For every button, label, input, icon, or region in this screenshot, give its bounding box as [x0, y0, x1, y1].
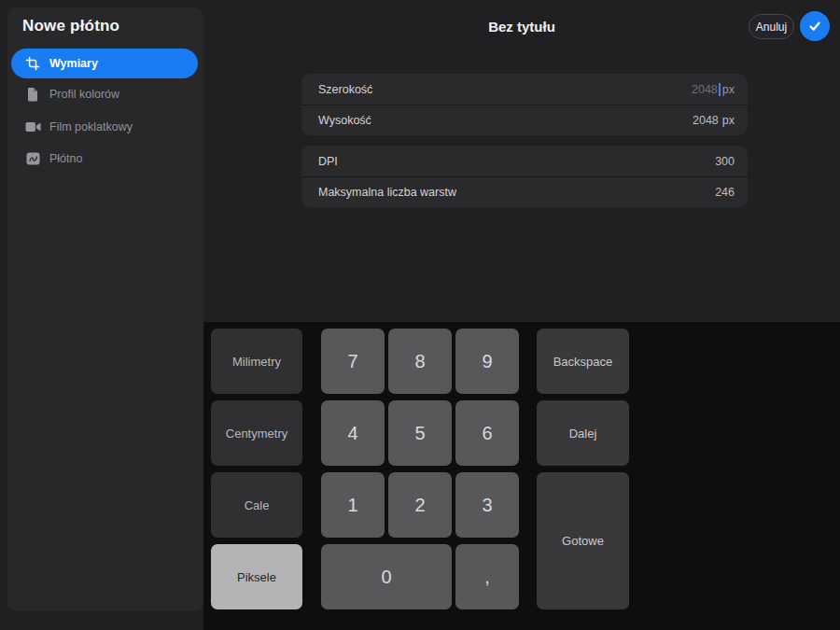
key-6[interactable]: 6: [455, 400, 519, 466]
numeric-keypad: Milimetry Centymetry Cale Piksele 7 8 9 …: [203, 322, 840, 630]
max-layers-field-row[interactable]: Maksymalna liczba warstw 246: [301, 176, 748, 207]
page-title: Bez tytułu: [203, 19, 840, 35]
height-field-row[interactable]: Wysokość 2048 px: [301, 105, 748, 135]
canvas-icon: [24, 150, 41, 167]
key-7[interactable]: 7: [321, 329, 385, 394]
text-caret: [719, 83, 721, 96]
dpi-value: 300: [715, 155, 735, 168]
sidebar-item-label: Film poklatkowy: [49, 120, 133, 133]
width-label: Szerokość: [318, 83, 692, 96]
key-3[interactable]: 3: [455, 472, 519, 538]
canvas-settings-panel: Bez tytułu Anuluj Szerokość 2048 px Wyso…: [203, 0, 840, 322]
height-label: Wysokość: [318, 114, 693, 127]
dpi-field-row[interactable]: DPI 300: [301, 146, 748, 176]
dpi-label: DPI: [318, 155, 715, 168]
dpi-layers-group: DPI 300 Maksymalna liczba warstw 246: [301, 146, 748, 207]
backspace-key[interactable]: Backspace: [537, 329, 629, 394]
done-key[interactable]: Gotowe: [537, 472, 629, 609]
timelapse-video-icon: [24, 119, 41, 135]
sidebar-item-profil-kolorow[interactable]: Profil kolorów: [11, 79, 198, 109]
color-profile-icon: [24, 86, 41, 103]
new-canvas-sidebar: Nowe płótno Wymiary Profil kolorów Film …: [7, 7, 203, 611]
sidebar-item-label: Płótno: [49, 152, 82, 165]
cancel-button[interactable]: Anuluj: [749, 14, 794, 39]
key-comma[interactable]: ,: [455, 544, 519, 609]
key-4[interactable]: 4: [321, 400, 385, 466]
sidebar-item-wymiary[interactable]: Wymiary: [11, 49, 198, 78]
width-value: 2048: [692, 83, 718, 96]
dimensions-group: Szerokość 2048 px Wysokość 2048 px: [301, 74, 748, 135]
width-field-row[interactable]: Szerokość 2048 px: [301, 74, 748, 105]
key-0[interactable]: 0: [321, 544, 452, 609]
dialog-title: Nowe płótno: [22, 17, 119, 35]
key-5[interactable]: 5: [388, 400, 452, 466]
max-layers-label: Maksymalna liczba warstw: [318, 186, 715, 199]
max-layers-value: 246: [715, 186, 735, 199]
key-1[interactable]: 1: [321, 472, 385, 538]
unit-key-milimetry[interactable]: Milimetry: [211, 329, 302, 394]
sidebar-item-plotno[interactable]: Płótno: [11, 144, 198, 174]
key-9[interactable]: 9: [455, 329, 519, 394]
unit-key-centymetry[interactable]: Centymetry: [211, 400, 302, 466]
height-value: 2048: [693, 114, 719, 127]
height-unit: px: [722, 114, 735, 127]
sidebar-item-label: Profil kolorów: [49, 88, 119, 101]
confirm-button[interactable]: [800, 11, 830, 41]
key-8[interactable]: 8: [388, 329, 452, 394]
key-2[interactable]: 2: [388, 472, 452, 538]
next-key[interactable]: Dalej: [537, 400, 629, 466]
sidebar-item-label: Wymiary: [49, 57, 98, 70]
sidebar-item-film-poklatkowy[interactable]: Film poklatkowy: [11, 112, 198, 142]
width-unit: px: [722, 83, 735, 96]
unit-key-piksele[interactable]: Piksele: [211, 544, 302, 609]
unit-key-cale[interactable]: Cale: [211, 472, 302, 538]
dimensions-icon: [24, 55, 41, 72]
checkmark-icon: [807, 19, 822, 34]
